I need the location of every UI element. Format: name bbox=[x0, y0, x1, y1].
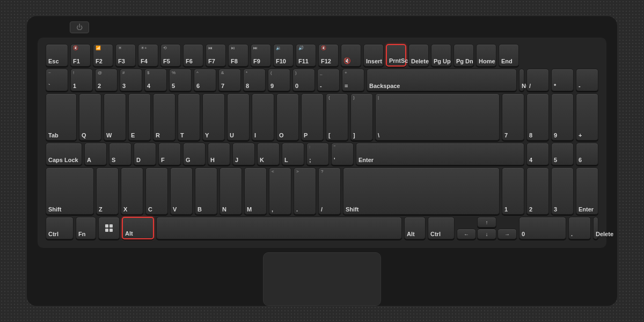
key-caps[interactable]: Caps Lock bbox=[46, 143, 82, 165]
key-numpad-minus[interactable]: - bbox=[576, 69, 598, 91]
key-numpad-1[interactable]: 1 bbox=[502, 167, 524, 215]
key-f1[interactable]: 🔇F1 bbox=[70, 44, 91, 67]
key-numpad-2[interactable]: 2 bbox=[526, 167, 549, 215]
key-tilde[interactable]: ~` bbox=[46, 69, 68, 91]
key-arrow-right[interactable]: → bbox=[497, 229, 517, 239]
key-f4[interactable]: ☀+F4 bbox=[138, 44, 158, 67]
key-numpad-0[interactable]: 0 bbox=[519, 217, 566, 239]
key-d[interactable]: D bbox=[134, 143, 156, 165]
key-k[interactable]: K bbox=[257, 143, 280, 165]
key-enter[interactable]: Enter bbox=[356, 143, 524, 165]
key-quote[interactable]: "' bbox=[331, 143, 354, 165]
key-lbracket[interactable]: {[ bbox=[326, 93, 348, 141]
key-period[interactable]: >. bbox=[294, 167, 316, 215]
key-7[interactable]: &7 bbox=[218, 69, 241, 91]
key-backspace[interactable]: Backspace bbox=[367, 69, 517, 91]
key-numpad-8[interactable]: 8 bbox=[526, 93, 549, 141]
key-numlock[interactable]: NumLk bbox=[519, 69, 524, 91]
key-m[interactable]: M bbox=[244, 167, 267, 215]
key-g[interactable]: G bbox=[183, 143, 206, 165]
key-t[interactable]: T bbox=[178, 93, 200, 141]
key-numpad-enter[interactable]: Enter bbox=[576, 167, 598, 215]
key-shift-right[interactable]: Shift bbox=[343, 167, 500, 215]
key-insert[interactable]: Insert bbox=[363, 44, 384, 67]
key-6[interactable]: ^6 bbox=[194, 69, 216, 91]
key-comma[interactable]: <, bbox=[269, 167, 291, 215]
key-equals[interactable]: += bbox=[342, 69, 364, 91]
key-alt-right[interactable]: Alt bbox=[404, 217, 426, 239]
key-x[interactable]: X bbox=[121, 167, 143, 215]
key-f5[interactable]: ⟲F5 bbox=[160, 44, 181, 67]
key-5[interactable]: %5 bbox=[169, 69, 192, 91]
key-mute[interactable]: 🔇 bbox=[341, 44, 361, 67]
key-ctrl-right[interactable]: Ctrl bbox=[428, 217, 455, 239]
key-minus[interactable]: _- bbox=[317, 69, 340, 91]
key-c[interactable]: C bbox=[145, 167, 168, 215]
key-f8[interactable]: ⏯F8 bbox=[228, 44, 248, 67]
key-space[interactable] bbox=[156, 217, 402, 239]
key-numpad-asterisk[interactable]: * bbox=[551, 69, 574, 91]
key-f11[interactable]: 🔊F11 bbox=[296, 44, 316, 67]
key-h[interactable]: H bbox=[208, 143, 230, 165]
key-fn[interactable]: Fn bbox=[76, 217, 96, 239]
key-arrow-left[interactable]: ← bbox=[457, 229, 476, 239]
key-n[interactable]: N bbox=[219, 167, 242, 215]
key-z[interactable]: Z bbox=[96, 167, 119, 215]
key-numpad-dot[interactable]: . bbox=[568, 217, 591, 239]
key-numpad-delete[interactable]: Delete bbox=[593, 217, 598, 239]
key-numpad-5[interactable]: 5 bbox=[551, 143, 574, 165]
key-alt-left[interactable]: Alt bbox=[122, 217, 154, 239]
key-o[interactable]: O bbox=[276, 93, 299, 141]
key-i[interactable]: I bbox=[252, 93, 274, 141]
key-r[interactable]: R bbox=[153, 93, 175, 141]
key-j[interactable]: J bbox=[232, 143, 255, 165]
key-windows[interactable] bbox=[98, 217, 120, 239]
key-3[interactable]: #3 bbox=[120, 69, 142, 91]
key-1[interactable]: !1 bbox=[70, 69, 93, 91]
key-8[interactable]: *8 bbox=[243, 69, 266, 91]
key-numpad-3[interactable]: 3 bbox=[551, 167, 574, 215]
key-arrow-down[interactable]: ↓ bbox=[477, 229, 496, 239]
key-numpad-plus[interactable]: + bbox=[576, 93, 598, 141]
key-shift-left[interactable]: Shift bbox=[46, 167, 94, 215]
key-l[interactable]: L bbox=[282, 143, 304, 165]
key-prtscr[interactable]: PrntScr bbox=[386, 44, 406, 67]
key-home[interactable]: Home bbox=[476, 44, 496, 67]
key-delete[interactable]: Delete bbox=[408, 44, 429, 67]
key-semicolon[interactable]: :; bbox=[306, 143, 329, 165]
key-f[interactable]: F bbox=[158, 143, 181, 165]
key-arrow-up[interactable]: ↑ bbox=[477, 217, 496, 228]
key-f6[interactable]: F6 bbox=[183, 44, 203, 67]
key-y[interactable]: Y bbox=[202, 93, 225, 141]
key-numpad-4[interactable]: 4 bbox=[526, 143, 549, 165]
key-v[interactable]: V bbox=[170, 167, 193, 215]
key-numpad-6[interactable]: 6 bbox=[576, 143, 598, 165]
key-f7[interactable]: ⏮F7 bbox=[206, 44, 226, 67]
key-q[interactable]: Q bbox=[79, 93, 101, 141]
key-s[interactable]: S bbox=[109, 143, 131, 165]
power-button[interactable] bbox=[70, 21, 89, 33]
key-numpad-7[interactable]: 7 bbox=[502, 93, 524, 141]
key-f12[interactable]: 🔇F12 bbox=[318, 44, 339, 67]
key-9[interactable]: (9 bbox=[268, 69, 290, 91]
key-f2[interactable]: 📶F2 bbox=[93, 44, 113, 67]
key-w[interactable]: W bbox=[104, 93, 126, 141]
key-4[interactable]: $4 bbox=[144, 69, 167, 91]
key-u[interactable]: U bbox=[227, 93, 250, 141]
key-rbracket[interactable]: }] bbox=[350, 93, 373, 141]
touchpad[interactable] bbox=[263, 252, 381, 306]
key-slash[interactable]: ?/ bbox=[318, 167, 341, 215]
key-esc[interactable]: Esc bbox=[46, 44, 68, 67]
key-tab[interactable]: Tab bbox=[46, 93, 77, 141]
key-f3[interactable]: ☀F3 bbox=[115, 44, 136, 67]
key-b[interactable]: B bbox=[195, 167, 217, 215]
key-pgup[interactable]: Pg Up bbox=[431, 44, 451, 67]
key-backslash[interactable]: |\ bbox=[375, 93, 500, 141]
key-pgdn[interactable]: Pg Dn bbox=[453, 44, 474, 67]
key-p[interactable]: P bbox=[301, 93, 324, 141]
key-0[interactable]: )0 bbox=[292, 69, 315, 91]
key-end[interactable]: End bbox=[499, 44, 519, 67]
key-e[interactable]: E bbox=[128, 93, 151, 141]
key-numpad-9[interactable]: 9 bbox=[551, 93, 574, 141]
key-f10[interactable]: 🔉F10 bbox=[273, 44, 294, 67]
